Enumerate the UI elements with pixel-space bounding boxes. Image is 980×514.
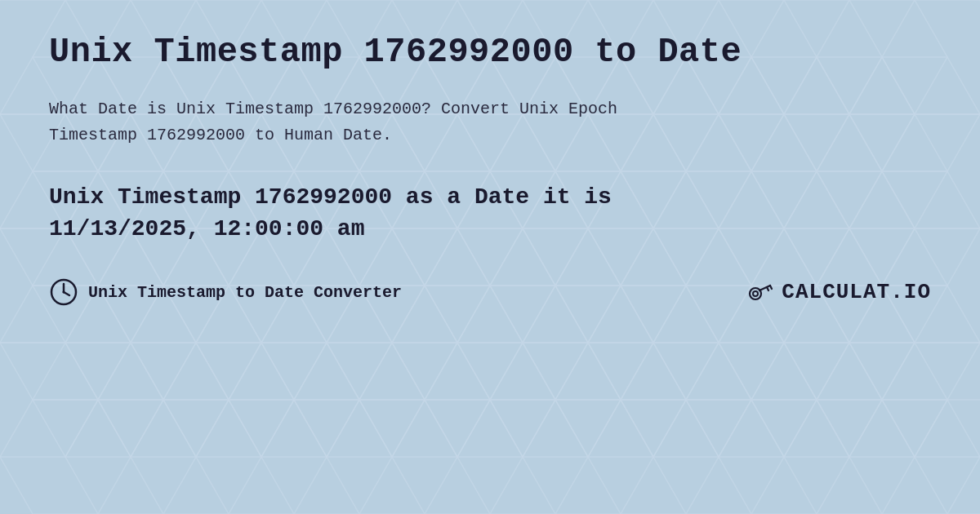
footer: Unix Timestamp to Date Converter CALCULA… [49,277,931,307]
footer-left: Unix Timestamp to Date Converter [49,277,402,307]
result-line2: 11/13/2025, 12:00:00 am [49,216,364,241]
logo-text: CALCULAT.IO [782,280,931,304]
result-text: Unix Timestamp 1762992000 as a Date it i… [49,181,931,245]
result-section: Unix Timestamp 1762992000 as a Date it i… [49,181,931,245]
description-line2: Timestamp 1762992000 to Human Date. [49,126,392,144]
main-content: Unix Timestamp 1762992000 to Date What D… [0,0,980,339]
svg-line-125 [767,287,768,290]
logo-icon [746,277,775,307]
logo: CALCULAT.IO [746,277,931,307]
svg-point-121 [63,291,65,294]
svg-point-123 [753,291,758,296]
clock-icon [49,277,78,307]
description: What Date is Unix Timestamp 1762992000? … [49,96,931,148]
description-line1: What Date is Unix Timestamp 1762992000? … [49,100,617,118]
svg-line-126 [770,286,772,289]
converter-label: Unix Timestamp to Date Converter [88,283,402,302]
page-title: Unix Timestamp 1762992000 to Date [49,33,931,72]
result-line1: Unix Timestamp 1762992000 as a Date it i… [49,184,612,210]
